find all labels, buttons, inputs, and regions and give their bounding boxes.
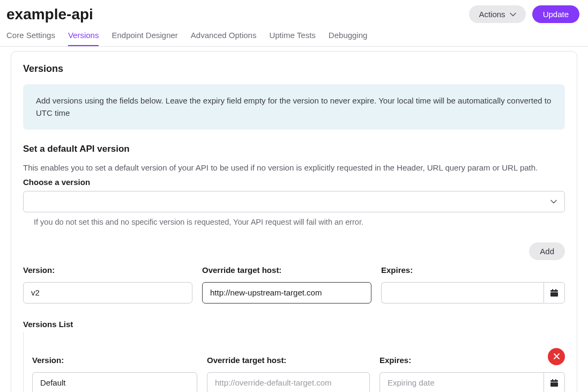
list-version-label: Version: (32, 356, 197, 365)
list-expires-input[interactable] (379, 372, 544, 393)
tab-core-settings[interactable]: Core Settings (6, 31, 55, 46)
svg-rect-5 (550, 382, 558, 387)
svg-rect-7 (555, 379, 556, 381)
list-version-input[interactable] (32, 372, 197, 393)
svg-rect-6 (552, 379, 553, 381)
tab-uptime-tests[interactable]: Uptime Tests (269, 31, 315, 46)
delete-button[interactable] (548, 348, 565, 365)
choose-version-label: Choose a version (23, 177, 565, 187)
page-title: example-api (6, 6, 93, 23)
svg-rect-4 (550, 380, 558, 382)
tab-endpoint-designer[interactable]: Endpoint Designer (111, 31, 177, 46)
list-calendar-button[interactable] (544, 372, 565, 393)
tab-debugging[interactable]: Debugging (329, 31, 368, 46)
expires-input[interactable] (381, 282, 544, 304)
tab-versions[interactable]: Versions (68, 31, 99, 46)
versions-list-title: Versions List (23, 320, 565, 329)
version-input[interactable] (23, 282, 192, 304)
list-host-label: Override target host: (207, 356, 370, 365)
expires-label: Expires: (381, 265, 565, 275)
header-actions: Actions Update (469, 5, 579, 23)
versions-list: Version: Override target host: Expires: (23, 332, 565, 393)
tabs: Core Settings Versions Endpoint Designer… (0, 23, 588, 47)
tab-advanced-options[interactable]: Advanced Options (191, 31, 257, 46)
calendar-icon (550, 289, 558, 297)
list-host-input[interactable] (207, 372, 370, 393)
close-icon (554, 353, 560, 359)
version-label: Version: (23, 265, 192, 275)
chevron-down-icon (510, 12, 516, 17)
host-label: Override target host: (202, 265, 371, 275)
calendar-icon (550, 379, 558, 387)
list-expires-label: Expires: (379, 356, 565, 365)
host-input[interactable] (202, 282, 371, 304)
add-button[interactable]: Add (529, 242, 565, 260)
default-section-title: Set a default API version (23, 144, 565, 154)
svg-rect-1 (550, 292, 558, 297)
svg-rect-3 (555, 289, 556, 291)
default-section-desc: This enables you to set a default versio… (23, 162, 565, 174)
info-box: Add versions using the fields below. Lea… (23, 84, 565, 130)
default-version-select[interactable] (23, 191, 565, 212)
actions-label: Actions (479, 10, 505, 19)
panel-title: Versions (23, 63, 565, 75)
calendar-button[interactable] (544, 282, 565, 304)
default-version-hint: If you do not set this and no specific v… (23, 218, 565, 226)
svg-rect-0 (550, 290, 558, 292)
update-button[interactable]: Update (532, 5, 579, 23)
svg-rect-2 (552, 289, 553, 291)
versions-panel: Versions Add versions using the fields b… (11, 51, 577, 392)
actions-button[interactable]: Actions (469, 5, 525, 23)
